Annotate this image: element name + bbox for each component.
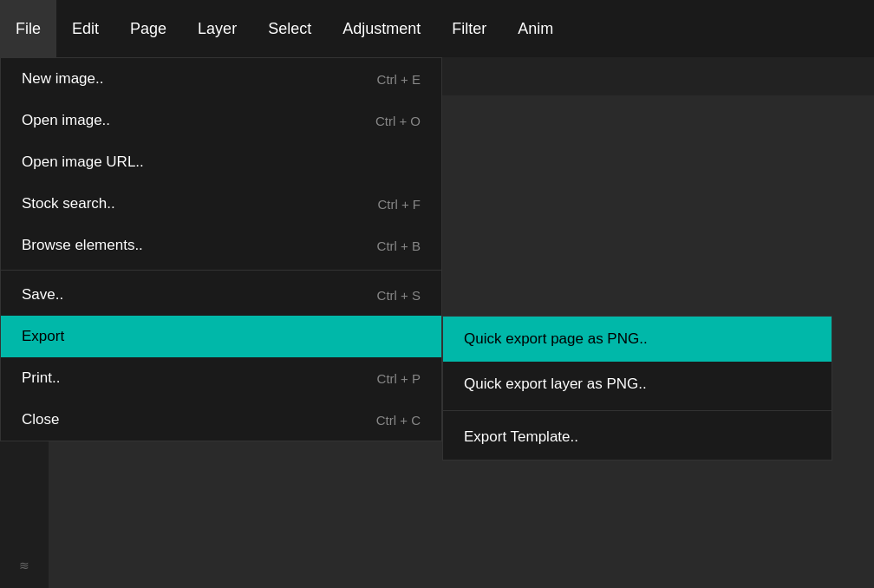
submenu-item-quick-export-page[interactable]: Quick export page as PNG.. [443,317,832,362]
export-submenu: Quick export page as PNG.. Quick export … [442,316,832,461]
menu-item-new-image[interactable]: New image.. Ctrl + E [1,58,441,100]
submenu-separator [443,410,832,411]
menu-layer[interactable]: Layer [182,0,252,57]
menu-page[interactable]: Page [114,0,182,57]
menu-item-print[interactable]: Print.. Ctrl + P [1,357,441,399]
menu-item-stock-search[interactable]: Stock search.. Ctrl + F [1,183,441,225]
menu-item-open-image-url[interactable]: Open image URL.. [1,141,441,183]
menu-item-close[interactable]: Close Ctrl + C [1,399,441,441]
menu-adjustment[interactable]: Adjustment [327,0,436,57]
menu-file[interactable]: File [0,0,56,57]
file-dropdown: New image.. Ctrl + E Open image.. Ctrl +… [0,57,442,441]
menu-edit[interactable]: Edit [56,0,114,57]
menu-filter[interactable]: Filter [436,0,502,57]
menu-item-browse-elements[interactable]: Browse elements.. Ctrl + B [1,225,441,266]
separator-1 [1,270,441,271]
menu-item-export[interactable]: Export [1,316,441,357]
menu-anim[interactable]: Anim [502,0,569,57]
menu-item-open-image[interactable]: Open image.. Ctrl + O [1,100,441,141]
wave-icon[interactable]: ≋ [9,550,40,581]
menu-item-save[interactable]: Save.. Ctrl + S [1,274,441,316]
submenu-item-quick-export-layer[interactable]: Quick export layer as PNG.. [443,362,832,407]
menu-select[interactable]: Select [252,0,327,57]
submenu-item-export-template[interactable]: Export Template.. [443,415,832,460]
menubar: File Edit Page Layer Select Adjustment F… [0,0,874,57]
